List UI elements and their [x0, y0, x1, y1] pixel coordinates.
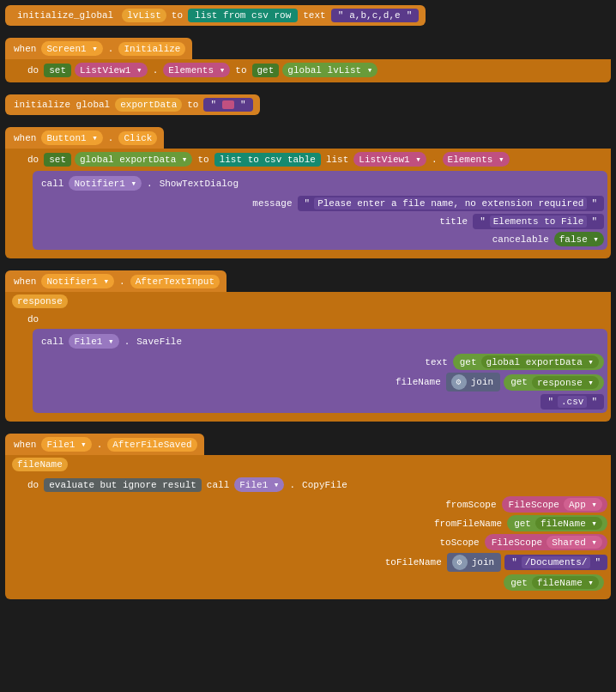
screen1-pill[interactable]: Screen1 ▾: [41, 41, 102, 56]
title-param-label: title: [409, 216, 469, 227]
when-label-2: when: [12, 133, 38, 143]
elements-pill-2[interactable]: Elements ▾: [443, 152, 510, 167]
file1-pill-2[interactable]: File1 ▾: [234, 477, 284, 492]
message-value: Please enter a file name, no extension r…: [314, 197, 587, 209]
when-label-4: when: [12, 440, 38, 450]
click-event[interactable]: Click: [118, 131, 157, 145]
csv-string-value[interactable]: " a,b,c,d,e ": [331, 9, 420, 22]
app-pill[interactable]: App ▾: [564, 498, 602, 511]
exportdata-init-value[interactable]: " ": [203, 98, 252, 112]
do-label-4: do: [26, 480, 40, 490]
when-label: when: [12, 44, 38, 54]
listview1-elements-pill[interactable]: ListView1 ▾: [75, 63, 148, 77]
join-icon-2: ⚙: [452, 555, 468, 570]
filename-get-pill-2[interactable]: fileName ▾: [532, 576, 599, 589]
workspace: initialize_global lvList to list from cs…: [0, 0, 616, 692]
response-var-pill[interactable]: response: [12, 294, 68, 308]
call-label-2: call: [39, 337, 65, 347]
block-init-exportdata: initialize global exportData to " ": [5, 94, 611, 115]
file1-pill-1[interactable]: File1 ▾: [69, 334, 118, 349]
toscope-label: toScope: [413, 537, 481, 548]
listview1-pill-2[interactable]: ListView1 ▾: [353, 152, 426, 167]
init-global-label-2: initialize global: [12, 100, 112, 110]
get-block-1[interactable]: get: [252, 64, 280, 77]
get-filename-block-1[interactable]: get fileName ▾: [507, 515, 607, 531]
notifier1-pill[interactable]: Notifier1 ▾: [69, 176, 142, 191]
do-label-2: do: [26, 155, 40, 165]
set-block-2[interactable]: set: [44, 153, 71, 167]
button1-pill[interactable]: Button1 ▾: [41, 131, 102, 145]
global-lvlist-pill[interactable]: global lvList ▾: [282, 63, 377, 77]
join-icon-1: ⚙: [451, 374, 467, 390]
response-get-pill[interactable]: response ▾: [532, 376, 599, 389]
aftertextinput-event[interactable]: AfterTextInput: [130, 275, 220, 288]
documents-string[interactable]: " /Documents/ ": [504, 555, 607, 570]
block-notifier1-aftertextinput: when Notifier1 ▾ . AfterTextInput respon…: [5, 270, 611, 422]
savefile-method: SaveFile: [135, 337, 184, 347]
call-label-3: call: [205, 480, 231, 490]
text-param-label: text: [398, 357, 450, 367]
set-block-1[interactable]: set: [44, 64, 71, 77]
join-block-2[interactable]: ⚙ join: [447, 553, 501, 572]
global-exportdata-pill[interactable]: global exportData ▾: [75, 152, 192, 167]
filescope-app-block[interactable]: FileScope App ▾: [502, 496, 607, 513]
block-init-lvlist: initialize_global lvList to list from cs…: [5, 5, 611, 26]
lvlist-varname[interactable]: lvList: [122, 9, 166, 22]
global-exportdata-get-pill[interactable]: global exportData ▾: [481, 355, 599, 368]
get-filename-block-2[interactable]: get fileName ▾: [504, 574, 604, 591]
cancelable-value[interactable]: false ▾: [554, 232, 604, 246]
fromscope-label: fromScope: [430, 500, 498, 510]
filename-var-pill[interactable]: fileName: [12, 458, 68, 471]
get-response-block[interactable]: get response ▾: [504, 374, 604, 391]
showtextdialog-method: ShowTextDialog: [158, 179, 240, 189]
title-value: Elements to File: [490, 215, 588, 228]
join-block-1[interactable]: ⚙ join: [446, 373, 500, 392]
list-to-csv-block[interactable]: list to csv table: [214, 153, 321, 167]
csv-ext-string[interactable]: " .csv ": [541, 394, 604, 410]
call-label-1: call: [39, 179, 65, 189]
message-param-label: message: [234, 198, 294, 209]
filename-param-label: fileName: [391, 377, 443, 387]
list-from-csv-block[interactable]: list from csv row: [188, 9, 298, 22]
filescope-shared-block[interactable]: FileScope Shared ▾: [485, 534, 607, 550]
when-label-3: when: [12, 276, 38, 287]
title-string[interactable]: " Elements to File ": [473, 214, 604, 229]
initialize-event[interactable]: Initialize: [118, 42, 185, 56]
dot-label: .: [106, 44, 116, 54]
notifier1-event-pill[interactable]: Notifier1 ▾: [41, 274, 114, 288]
do-label-3: do: [26, 314, 40, 325]
block-screen1-init: when Screen1 ▾ . Initialize do set ListV…: [5, 38, 611, 82]
cancelable-param-label: cancelable: [491, 234, 551, 245]
afterfilesaved-event[interactable]: AfterFileSaved: [107, 438, 196, 452]
do-label: do: [26, 65, 40, 76]
init-global-label: initialize_global: [12, 9, 118, 22]
file1-event-pill[interactable]: File1 ▾: [41, 437, 91, 452]
copyfile-method: CopyFile: [300, 480, 349, 490]
block-file1-afterfilesaved: when File1 ▾ . AfterFileSaved fileName d…: [5, 434, 611, 599]
shared-pill[interactable]: Shared ▾: [547, 536, 602, 549]
fromfilename-label: fromFileName: [432, 519, 504, 529]
get-exportdata-block[interactable]: get global exportData ▾: [453, 354, 604, 370]
filename-get-pill-1[interactable]: fileName ▾: [535, 517, 602, 530]
message-string[interactable]: " Please enter a file name, no extension…: [298, 196, 604, 211]
elements-pill[interactable]: Elements ▾: [163, 63, 230, 77]
tofilename-label: toFileName: [375, 557, 444, 568]
exportdata-varname[interactable]: exportData: [115, 98, 182, 112]
block-button1-click: when Button1 ▾ . Click do set global exp…: [5, 127, 611, 258]
evaluate-ignore-block[interactable]: evaluate but ignore result: [44, 478, 202, 492]
